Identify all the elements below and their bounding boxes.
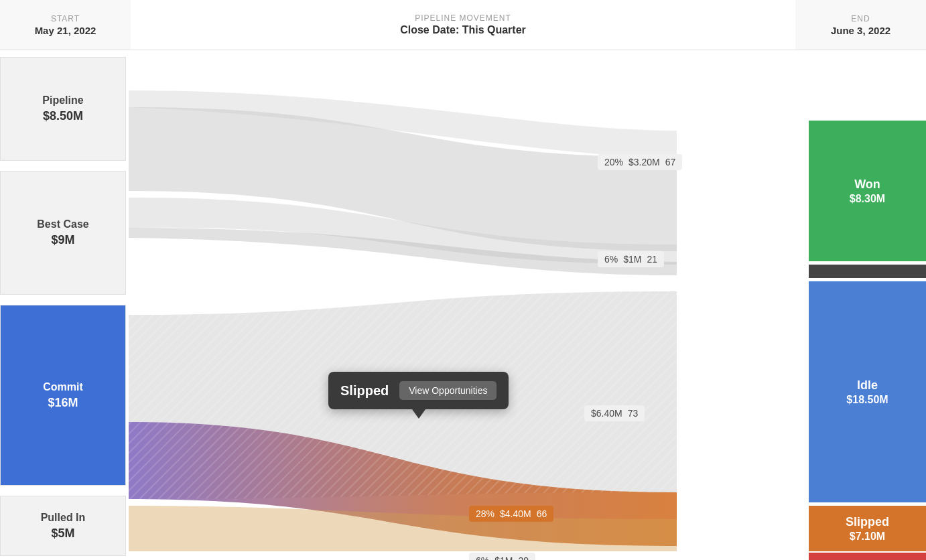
flow1-count: 67 xyxy=(665,157,676,167)
flow5-pct: 6% xyxy=(476,555,489,560)
flow2-amount: $1M xyxy=(623,254,641,265)
pulled-in-value: $5M xyxy=(51,527,74,541)
view-opportunities-button[interactable]: View Opportunities xyxy=(399,381,497,400)
tooltip-title: Slipped xyxy=(340,383,389,399)
end-date: June 3, 2022 xyxy=(831,25,890,36)
flow1-pct: 20% xyxy=(604,157,623,167)
best-case-value: $9M xyxy=(51,233,74,247)
left-block-pipeline: Pipeline $8.50M xyxy=(0,57,126,161)
flow-label-1: 20% $3.20M 67 xyxy=(598,154,682,170)
end-label: END xyxy=(851,14,870,23)
right-block-won: Won $8.30M xyxy=(809,121,926,261)
header-middle: PIPELINE MOVEMENT Close Date: This Quart… xyxy=(131,0,795,50)
flow-label-4: 28% $4.40M 66 xyxy=(469,506,553,522)
flow-label-5: 6% $1M 29 xyxy=(469,553,535,560)
flow-label-2: 6% $1M 21 xyxy=(598,251,664,267)
tooltip-arrow xyxy=(412,409,425,419)
flow2-pct: 6% xyxy=(604,254,618,265)
flow4-pct: 28% xyxy=(476,508,494,519)
left-blocks: Pipeline $8.50M Best Case $9M Commit $16… xyxy=(0,50,131,560)
header: START May 21, 2022 PIPELINE MOVEMENT Clo… xyxy=(0,0,926,50)
flow1-amount: $3.20M xyxy=(629,157,660,167)
flow2-count: 21 xyxy=(647,254,657,265)
slipped-title: Slipped xyxy=(846,515,889,529)
commit-title: Commit xyxy=(43,381,83,393)
start-label: START xyxy=(51,14,80,23)
right-block-red xyxy=(809,553,926,560)
header-start: START May 21, 2022 xyxy=(0,0,131,50)
right-block-dark xyxy=(809,265,926,278)
flow3-count: 73 xyxy=(628,408,639,419)
flow4-count: 66 xyxy=(537,508,547,519)
flow4-amount: $4.40M xyxy=(500,508,531,519)
best-case-title: Best Case xyxy=(37,218,88,230)
won-value: $8.30M xyxy=(850,193,885,205)
flow5-count: 29 xyxy=(518,555,529,560)
idle-title: Idle xyxy=(857,378,878,393)
start-date: May 21, 2022 xyxy=(35,25,96,36)
sankey-svg xyxy=(0,50,926,560)
left-block-best-case: Best Case $9M xyxy=(0,171,126,295)
header-end: END June 3, 2022 xyxy=(795,0,926,50)
flow3-amount: $6.40M xyxy=(591,408,622,419)
right-block-idle: Idle $18.50M xyxy=(809,281,926,502)
commit-value: $16M xyxy=(48,396,78,410)
pipeline-value: $8.50M xyxy=(43,109,83,123)
chart-container: START May 21, 2022 PIPELINE MOVEMENT Clo… xyxy=(0,0,926,560)
left-block-commit: Commit $16M xyxy=(0,305,126,486)
pipeline-title: Pipeline xyxy=(42,94,83,107)
middle-subtitle: Close Date: This Quarter xyxy=(400,24,526,36)
pulled-in-title: Pulled In xyxy=(41,512,86,524)
idle-value: $18.50M xyxy=(846,394,888,406)
right-block-slipped: Slipped $7.10M xyxy=(809,506,926,551)
left-block-pulled-in: Pulled In $5M xyxy=(0,496,126,556)
flow-label-3: $6.40M 73 xyxy=(584,405,645,421)
slipped-value: $7.10M xyxy=(850,531,885,543)
main-area: Pipeline $8.50M Best Case $9M Commit $16… xyxy=(0,50,926,560)
flow5-amount: $1M xyxy=(494,555,513,560)
won-title: Won xyxy=(854,178,880,192)
tooltip: Slipped View Opportunities xyxy=(328,372,509,409)
middle-label: PIPELINE MOVEMENT xyxy=(415,13,511,23)
